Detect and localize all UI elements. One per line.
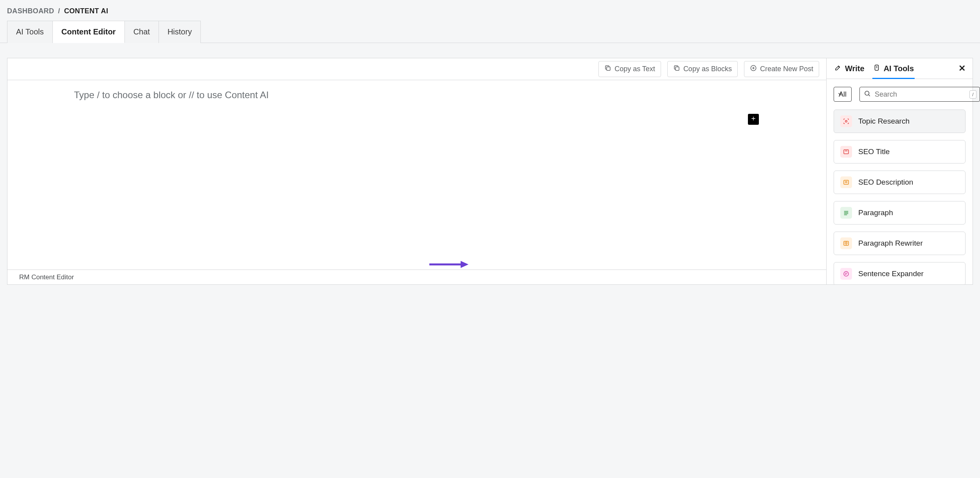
main-tabs: AI Tools Content Editor Chat History <box>0 21 980 43</box>
side-controls: All / <box>827 79 973 110</box>
side-tab-write-label: Write <box>845 64 865 73</box>
plus-icon <box>750 115 757 123</box>
copy-icon <box>604 65 611 74</box>
scan-icon <box>840 115 852 127</box>
filter-value: All <box>834 90 851 99</box>
svg-point-9 <box>844 271 848 276</box>
close-icon: ✕ <box>958 63 966 73</box>
plus-circle-icon <box>750 65 757 74</box>
create-new-post-button[interactable]: Create New Post <box>744 61 819 77</box>
svg-rect-0 <box>607 67 610 70</box>
tool-label: SEO Title <box>858 147 890 156</box>
breadcrumb: DASHBOARD / CONTENT AI <box>0 5 980 21</box>
svg-point-4 <box>865 91 869 95</box>
breadcrumb-current: CONTENT AI <box>64 7 108 15</box>
filter-select[interactable]: All <box>834 87 852 102</box>
description-icon <box>840 176 852 188</box>
breadcrumb-sep: / <box>58 7 60 15</box>
tab-ai-tools[interactable]: AI Tools <box>7 21 53 43</box>
ai-tool-list: Topic Research SEO Title SEO Description <box>827 110 973 284</box>
tool-label: Paragraph Rewriter <box>858 239 923 248</box>
book-icon <box>840 237 852 249</box>
tool-paragraph-rewriter[interactable]: Paragraph Rewriter <box>834 232 966 255</box>
tool-seo-title[interactable]: SEO Title <box>834 140 966 164</box>
side-close-button[interactable]: ✕ <box>958 63 966 74</box>
editor-placeholder: Type / to choose a block or // to use Co… <box>74 90 760 101</box>
create-new-post-label: Create New Post <box>760 65 813 73</box>
editor-footer: RM Content Editor <box>7 270 826 284</box>
tab-history[interactable]: History <box>159 21 201 43</box>
tab-chat[interactable]: Chat <box>125 21 159 43</box>
editor-toolbar: Copy as Text Copy as Blocks Create New P… <box>7 58 826 80</box>
side-tabs: Write AI Tools ✕ <box>827 58 973 79</box>
copy-as-blocks-button[interactable]: Copy as Blocks <box>667 61 738 77</box>
tool-topic-research[interactable]: Topic Research <box>834 110 966 133</box>
editor-body[interactable]: Type / to choose a block or // to use Co… <box>7 80 826 270</box>
side-tab-write[interactable]: Write <box>834 58 865 79</box>
copy-as-text-button[interactable]: Copy as Text <box>598 61 661 77</box>
side-panel: Write AI Tools ✕ All <box>826 58 973 284</box>
expand-icon <box>840 268 852 280</box>
search-input-wrap[interactable]: / <box>859 87 980 102</box>
tool-paragraph[interactable]: Paragraph <box>834 201 966 225</box>
search-input[interactable] <box>871 90 969 99</box>
search-icon <box>860 90 871 99</box>
search-kbd-hint: / <box>969 90 976 99</box>
svg-point-5 <box>845 120 847 122</box>
side-tab-ai-tools[interactable]: AI Tools <box>872 58 915 79</box>
add-block-button[interactable] <box>748 114 759 125</box>
paragraph-icon <box>840 207 852 219</box>
title-icon <box>840 146 852 158</box>
tool-seo-description[interactable]: SEO Description <box>834 171 966 194</box>
copy-icon <box>673 65 680 74</box>
svg-rect-1 <box>676 67 679 70</box>
side-tab-ai-tools-label: AI Tools <box>884 64 914 73</box>
tool-label: Paragraph <box>858 208 893 217</box>
breadcrumb-root[interactable]: DASHBOARD <box>7 7 54 15</box>
tool-label: SEO Description <box>858 178 913 187</box>
workspace: Copy as Text Copy as Blocks Create New P… <box>7 58 973 285</box>
editor-column: Copy as Text Copy as Blocks Create New P… <box>7 58 826 284</box>
copy-as-blocks-label: Copy as Blocks <box>683 65 732 73</box>
tool-label: Sentence Expander <box>858 270 924 278</box>
copy-as-text-label: Copy as Text <box>614 65 655 73</box>
ai-tools-icon <box>873 64 880 73</box>
editor-footer-label: RM Content Editor <box>19 273 74 281</box>
svg-rect-6 <box>844 150 848 154</box>
tool-sentence-expander[interactable]: Sentence Expander <box>834 262 966 284</box>
tool-label: Topic Research <box>858 117 910 126</box>
write-icon <box>834 64 841 73</box>
tab-content-editor[interactable]: Content Editor <box>53 21 125 43</box>
